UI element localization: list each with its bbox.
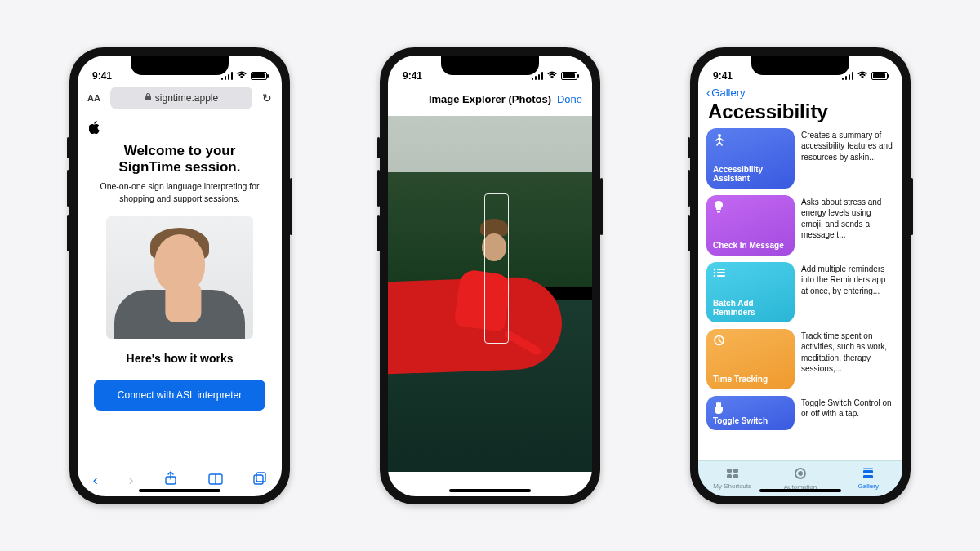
- safari-address-bar: AA signtime.apple ↻: [82, 85, 277, 111]
- battery-icon: [251, 72, 267, 80]
- svg-rect-17: [733, 474, 738, 478]
- timer-icon: [713, 334, 788, 349]
- status-time: 9:41: [92, 70, 112, 82]
- svg-rect-21: [863, 475, 873, 478]
- svg-point-9: [714, 271, 716, 273]
- shortcut-card[interactable]: Batch Add Reminders: [706, 262, 795, 322]
- svg-rect-16: [727, 474, 732, 478]
- battery-icon: [561, 72, 577, 80]
- back-button[interactable]: ‹: [93, 472, 98, 489]
- svg-rect-0: [145, 96, 151, 100]
- list-icon: [713, 267, 788, 280]
- svg-rect-8: [717, 269, 725, 270]
- done-button[interactable]: Done: [557, 93, 582, 105]
- list-item[interactable]: Check In Message Asks about stress and e…: [706, 195, 894, 256]
- status-time: 9:41: [403, 70, 422, 82]
- list-item[interactable]: Batch Add Reminders Add multiple reminde…: [706, 262, 894, 322]
- shortcut-description: Creates a summary of accessibility featu…: [801, 128, 894, 189]
- svg-rect-14: [727, 469, 732, 473]
- url-field[interactable]: signtime.apple: [110, 87, 252, 109]
- shortcut-card[interactable]: Accessibility Assistant: [706, 128, 795, 189]
- svg-rect-4: [254, 475, 263, 484]
- home-indicator[interactable]: [139, 489, 220, 492]
- shortcut-card[interactable]: Check In Message: [706, 195, 795, 256]
- shortcut-description: Toggle Switch Control on or off with a t…: [801, 396, 894, 430]
- page-title: Welcome to your SignTime session.: [89, 143, 270, 176]
- home-indicator[interactable]: [760, 489, 841, 492]
- phone-shortcuts-gallery: 9:41 ‹ Gallery Accessibility Accessibili…: [690, 47, 911, 504]
- list-item[interactable]: Toggle Switch Toggle Switch Control on o…: [706, 396, 894, 430]
- text-size-button[interactable]: AA: [82, 93, 105, 103]
- forward-button[interactable]: ›: [128, 472, 133, 489]
- shortcut-description: Asks about stress and energy levels usin…: [801, 195, 894, 256]
- svg-rect-12: [717, 275, 725, 277]
- svg-rect-22: [863, 468, 873, 469]
- image-viewer[interactable]: [388, 116, 592, 472]
- svg-rect-15: [733, 469, 738, 473]
- gallery-icon: [862, 468, 875, 482]
- connect-button[interactable]: Connect with ASL interpreter: [94, 380, 265, 411]
- list-item[interactable]: Accessibility Assistant Creates a summar…: [706, 128, 894, 189]
- svg-rect-5: [256, 473, 265, 482]
- section-heading: Here's how it works: [89, 352, 270, 365]
- shortcut-description: Track time spent on activities, such as …: [801, 329, 894, 389]
- bookmarks-button[interactable]: [208, 472, 223, 489]
- modal-header: Image Explorer (Photos) Done: [388, 83, 592, 116]
- svg-point-7: [714, 268, 716, 270]
- page-title: Accessibility: [698, 99, 902, 128]
- shortcut-card[interactable]: Time Tracking: [706, 329, 795, 389]
- shortcut-card[interactable]: Toggle Switch: [706, 396, 795, 430]
- tab-gallery[interactable]: Gallery: [835, 461, 902, 496]
- svg-point-11: [714, 274, 716, 277]
- tabs-button[interactable]: [253, 472, 266, 489]
- page-subtitle: One-on-one sign language interpreting fo…: [89, 180, 270, 204]
- wifi-icon: [546, 70, 558, 82]
- wifi-icon: [236, 70, 247, 82]
- hand-icon: [713, 401, 788, 416]
- svg-rect-20: [863, 470, 873, 473]
- chevron-left-icon: ‹: [706, 87, 710, 99]
- share-button[interactable]: [164, 471, 177, 490]
- phone-image-explorer: 9:41 Image Explorer (Photos) Done: [380, 47, 600, 504]
- lock-icon: [145, 93, 152, 103]
- list-item[interactable]: Time Tracking Track time spent on activi…: [706, 329, 894, 389]
- shortcut-description: Add multiple reminders into the Reminder…: [801, 262, 894, 322]
- svg-point-19: [799, 472, 802, 475]
- shortcuts-list[interactable]: Accessibility Assistant Creates a summar…: [698, 128, 902, 460]
- wifi-icon: [857, 70, 868, 82]
- phone-signtime: 9:41 AA signtime.apple ↻: [69, 47, 290, 504]
- apple-logo-icon: [89, 121, 270, 136]
- tab-my-shortcuts[interactable]: My Shortcuts: [698, 461, 766, 496]
- reload-button[interactable]: ↻: [257, 91, 277, 104]
- status-time: 9:41: [713, 70, 733, 82]
- grid-icon: [726, 468, 739, 482]
- interpreter-video: [106, 216, 253, 339]
- svg-rect-10: [717, 272, 725, 273]
- automation-icon: [794, 467, 807, 482]
- back-button[interactable]: ‹ Gallery: [698, 83, 902, 99]
- battery-icon: [871, 72, 888, 80]
- url-text: signtime.apple: [155, 92, 218, 104]
- voiceover-cursor: [484, 193, 509, 343]
- home-indicator[interactable]: [449, 489, 531, 492]
- person-arms-icon: [713, 133, 788, 149]
- lightbulb-icon: [713, 200, 788, 216]
